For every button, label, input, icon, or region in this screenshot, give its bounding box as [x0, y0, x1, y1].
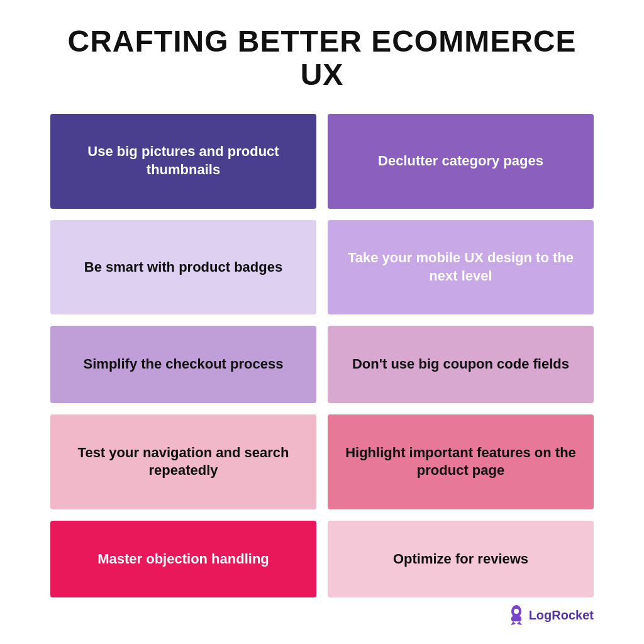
logo-text: LogRocket: [529, 608, 594, 623]
card-5: Simplify the checkout process: [50, 326, 316, 402]
page-title: CRAFTING BETTER ECOMMERCE UX: [50, 25, 594, 92]
card-4: Take your mobile UX design to the next l…: [328, 220, 594, 315]
svg-marker-3: [511, 621, 516, 625]
cards-grid: Use big pictures and product thumbnailsD…: [50, 114, 594, 597]
card-10: Optimize for reviews: [328, 521, 594, 597]
card-9: Master objection handling: [50, 521, 316, 597]
card-3: Be smart with product badges: [50, 220, 316, 315]
card-7: Test your navigation and search repeated…: [50, 414, 316, 509]
logrocket-icon: [508, 605, 525, 625]
card-6: Don't use big coupon code fields: [328, 326, 594, 402]
svg-point-2: [514, 609, 519, 614]
card-2: Declutter category pages: [328, 114, 594, 209]
svg-marker-4: [517, 621, 522, 625]
card-8: Highlight important features on the prod…: [328, 414, 594, 509]
footer: LogRocket: [50, 605, 594, 625]
card-1: Use big pictures and product thumbnails: [50, 114, 316, 209]
svg-rect-1: [511, 616, 521, 621]
